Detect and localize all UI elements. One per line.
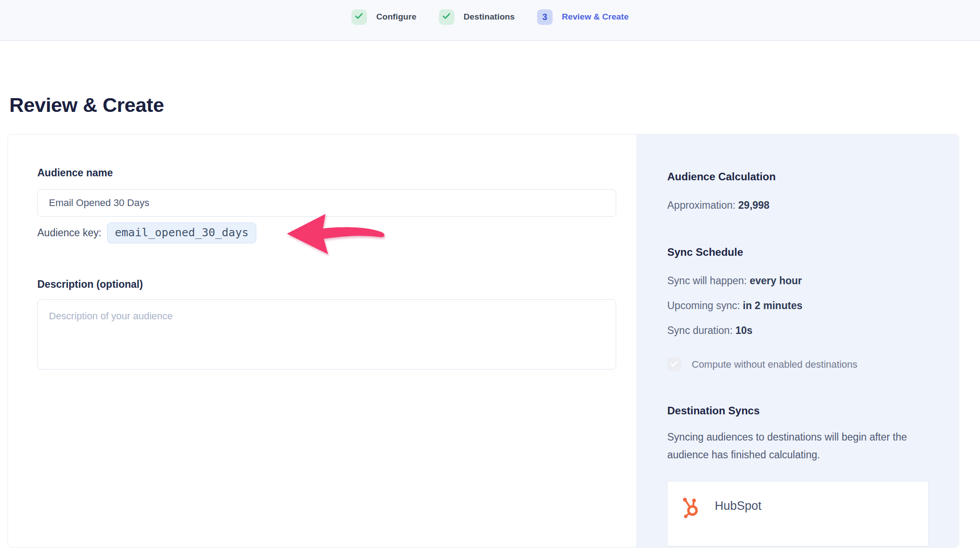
compute-checkbox-row: Compute without enabled destinations	[667, 357, 928, 371]
step-review-create-label: Review & Create	[562, 12, 629, 22]
hubspot-sprocket-icon	[681, 496, 701, 521]
wizard-stepper-bar: Configure Destinations 3 Review & Create	[0, 0, 980, 41]
destination-name: HubSpot	[715, 499, 761, 513]
check-icon	[442, 13, 450, 21]
description-textarea[interactable]	[37, 299, 616, 369]
review-card: Audience name Audience key: email_opened…	[8, 134, 959, 548]
approximation-value: 29,998	[738, 199, 769, 211]
sync-duration-label: Sync duration:	[667, 325, 735, 336]
step-configure-label: Configure	[376, 12, 417, 22]
upcoming-sync-value: in 2 minutes	[743, 300, 802, 311]
check-icon	[355, 13, 363, 21]
sync-duration-row: Sync duration: 10s	[667, 324, 928, 337]
sync-frequency-label: Sync will happen:	[667, 275, 749, 286]
approximation-row: Approximation: 29,998	[667, 199, 928, 212]
audience-key-row: Audience key: email_opened_30_days	[37, 222, 636, 243]
upcoming-sync-label: Upcoming sync:	[667, 300, 743, 311]
audience-key-label: Audience key:	[37, 227, 101, 239]
summary-panel: Audience Calculation Approximation: 29,9…	[636, 135, 959, 547]
audience-name-input[interactable]	[37, 189, 616, 217]
step-number-badge: 3	[537, 9, 553, 25]
destination-syncs-heading: Destination Syncs	[667, 404, 928, 417]
page-title: Review & Create	[9, 94, 164, 117]
stepper: Configure Destinations 3 Review & Create	[351, 9, 629, 25]
sync-duration-value: 10s	[735, 325, 752, 336]
step-destinations-badge	[439, 9, 454, 25]
step-review-create[interactable]: 3 Review & Create	[537, 9, 629, 25]
step-configure-badge	[351, 9, 367, 25]
sync-schedule-heading: Sync Schedule	[667, 246, 928, 259]
description-label: Description (optional)	[37, 278, 636, 290]
step-destinations-label: Destinations	[464, 12, 515, 22]
approximation-label: Approximation:	[667, 199, 738, 211]
step-configure[interactable]: Configure	[351, 9, 417, 25]
step-destinations[interactable]: Destinations	[439, 9, 515, 25]
destination-card-hubspot[interactable]: HubSpot	[667, 481, 928, 546]
audience-calculation-heading: Audience Calculation	[667, 170, 928, 183]
audience-key-chip: email_opened_30_days	[107, 222, 256, 243]
check-icon	[670, 361, 678, 369]
form-section: Audience name Audience key: email_opened…	[8, 135, 636, 547]
sync-frequency-row: Sync will happen: every hour	[667, 274, 928, 287]
compute-checkbox[interactable]	[667, 357, 681, 371]
sync-frequency-value: every hour	[749, 275, 802, 286]
destination-syncs-description: Syncing audiences to destinations will b…	[667, 428, 928, 464]
compute-checkbox-label: Compute without enabled destinations	[692, 359, 857, 370]
audience-name-label: Audience name	[37, 167, 636, 179]
upcoming-sync-row: Upcoming sync: in 2 minutes	[667, 299, 928, 312]
